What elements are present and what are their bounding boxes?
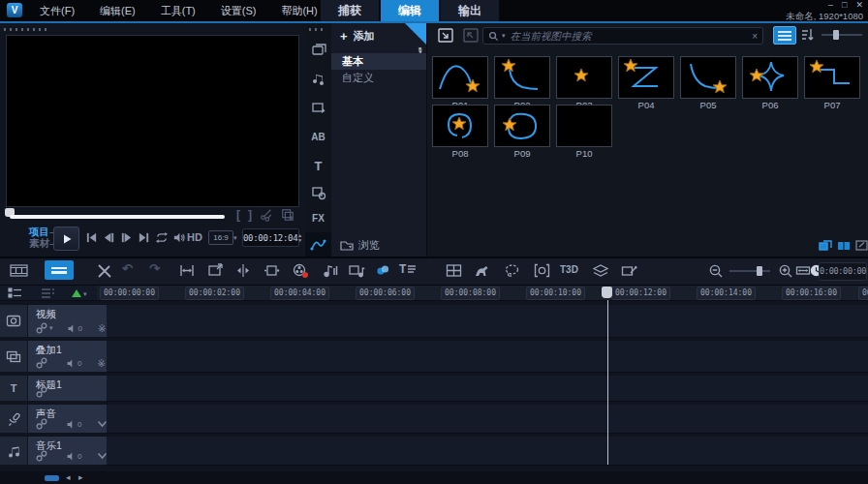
scroll-right-icon[interactable]: ▸ [78,472,83,482]
mute-track-icon[interactable]: 0 [66,451,81,462]
maximize-button[interactable]: □ [842,1,847,10]
enlarge-preview-icon[interactable] [207,263,224,278]
tab-capture[interactable]: 捕获 [320,0,380,21]
path-preset-p09[interactable]: P09 [494,105,550,159]
music-track-header[interactable]: 音乐1 0 [28,437,107,465]
undo-icon[interactable]: ↶ [122,261,133,276]
chapter-point-icon[interactable] [72,289,81,297]
path-preset-p06[interactable]: P06 [742,56,798,110]
path-preset-p02[interactable]: P02 [494,56,550,110]
path-preset-p07[interactable]: P07 [804,56,860,110]
slider-thumb[interactable] [833,30,839,40]
transition-library-icon[interactable]: AB [305,124,331,149]
scroll-left-icon[interactable]: ◂ [66,472,71,482]
video-track-lane[interactable] [107,305,868,338]
sort-icon[interactable] [800,27,815,43]
category-basic[interactable]: 基本 [331,53,426,70]
library-edit-icon[interactable] [855,240,868,251]
timeline-horizontal-scrollbar[interactable]: ◂ ▸ [0,471,868,484]
aspect-caret-icon[interactable]: ▾ [233,234,237,242]
title-track-icon[interactable]: T [0,376,28,401]
title-options-icon[interactable] [621,263,638,278]
library-search[interactable]: ▾ × [482,27,763,45]
track-list-icon[interactable] [41,287,55,299]
link-icon[interactable] [36,418,47,430]
redo-icon[interactable]: ↷ [149,261,160,276]
overlay-track-header[interactable]: 叠加1 0 ※ [28,341,107,372]
loop-button[interactable] [155,231,169,244]
chapter-caret-icon[interactable]: ▾ [83,290,87,298]
motion-dots-icon[interactable] [375,263,390,277]
mask-creator-icon[interactable] [504,263,520,278]
zoom-slider-thumb[interactable] [757,266,762,276]
library-dual-view-icon[interactable] [837,241,851,251]
track-manager-icon[interactable] [8,287,22,299]
mode-clip-button[interactable]: 素材 [29,237,49,249]
path-preset-p05[interactable]: P05 [680,56,736,110]
zoom-out-icon[interactable] [708,263,724,279]
previous-frame-button[interactable] [103,231,115,244]
media-library-icon[interactable] [305,37,331,62]
library-panel-view-icon[interactable] [819,240,832,251]
search-input[interactable] [509,29,750,43]
audio-library-icon[interactable] [305,66,331,91]
split-clip-tool-icon[interactable] [235,263,251,278]
search-options-caret-icon[interactable]: ▾ [502,32,506,40]
overlay-track-icon[interactable] [0,341,28,372]
batch-convert-icon[interactable] [264,263,280,278]
record-capture-icon[interactable] [293,263,309,279]
auto-music-icon[interactable] [349,263,365,278]
link-icon[interactable] [36,386,47,398]
next-frame-button[interactable] [120,231,133,244]
timeline-ruler[interactable]: 00:00:00:00 00:00:02:00 00:00:04:00 00:0… [97,286,868,301]
voice-track-icon[interactable] [0,405,28,433]
tab-edit[interactable]: 编辑 [380,0,440,21]
panel-drag-handle[interactable] [4,28,48,31]
menu-edit[interactable]: 编辑(E) [87,4,148,18]
music-track-icon[interactable] [0,437,28,465]
clear-search-icon[interactable]: × [752,31,758,42]
zoom-in-icon[interactable] [778,263,793,279]
menu-settings[interactable]: 设置(S) [208,4,269,18]
minimize-button[interactable]: – [828,1,833,10]
close-button[interactable]: ✕ [855,1,863,10]
menu-file[interactable]: 文件(F) [27,4,87,18]
timecode-display[interactable]: 00:00:12:04 ▲▼ [242,228,299,247]
aspect-ratio-button[interactable]: 16:9 [208,230,233,245]
path-preset-p08[interactable]: P08 [432,105,488,159]
360-video-icon[interactable] [534,263,550,278]
volume-icon[interactable] [172,231,185,244]
ripple-editing-icon[interactable] [179,263,195,278]
path-library-icon[interactable] [305,232,331,257]
pin-icon[interactable]: ✎ [405,23,426,45]
fit-project-icon[interactable] [795,263,811,278]
export-media-icon[interactable] [462,27,480,44]
filter-library-icon[interactable]: FX [305,205,331,230]
path-preset-p10[interactable]: P10 [556,105,612,159]
voice-track-header[interactable]: 声音 0 [28,405,107,433]
link-icon[interactable] [36,357,47,369]
mute-track-icon[interactable]: 0 [66,358,81,369]
voice-track-lane[interactable] [107,405,868,434]
title-library-icon[interactable]: T [305,153,331,178]
playhead-grip[interactable] [602,287,612,298]
play-button[interactable] [53,227,79,251]
video-track-icon[interactable] [0,305,28,337]
timeline-view-button[interactable] [45,260,74,280]
category-custom[interactable]: 自定义 [331,70,426,86]
motion-tracking-icon[interactable] [474,263,490,278]
path-preset-p01[interactable]: P01 [432,56,488,110]
title-track-lane[interactable] [107,376,868,402]
tools-icon[interactable] [97,263,112,279]
hd-preview-toggle[interactable]: HD [187,231,202,243]
menu-tools[interactable]: 工具(T) [148,4,208,18]
path-preset-p03[interactable]: P03 [556,56,612,110]
scrollbar-thumb[interactable] [45,475,59,481]
storyboard-view-icon[interactable] [10,263,28,278]
mode-project-button[interactable]: 项目 [29,226,49,237]
3d-title-editor-icon[interactable]: T3D [560,264,578,275]
mute-track-icon[interactable]: 0 [66,419,81,430]
instant-project-icon[interactable] [305,95,331,120]
playhead-line[interactable] [607,300,608,465]
track-fx-icon[interactable]: ※ [98,323,106,334]
